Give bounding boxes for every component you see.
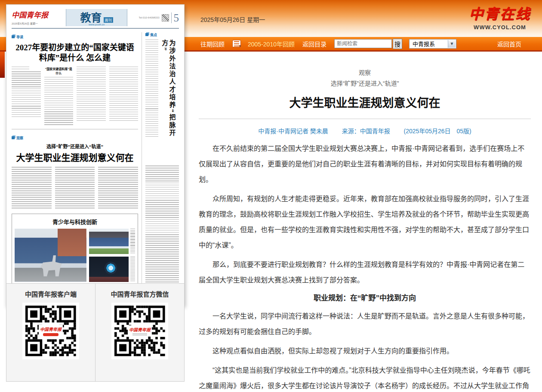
contact-info: Tel:010-64098333: [139, 16, 159, 20]
page-number: 5: [171, 12, 179, 23]
newsprint-text: [44, 77, 74, 125]
photo-side-column: [89, 229, 135, 282]
photo-row: [15, 229, 135, 282]
nav-archive-link[interactable]: 往期回顾: [200, 40, 225, 48]
article-paragraph: “这其实也是当前我们学校就业工作中的难点。”北京科技大学就业指导中心主任刘晓杰说…: [199, 363, 531, 392]
newsprint-column: [12, 67, 41, 125]
section-divider: [12, 129, 138, 129]
newsprint-text: [145, 165, 179, 289]
lead-tag-label: 导读: [16, 34, 23, 39]
qr-wechat-label: 中国青年报官方微信: [111, 289, 169, 298]
tag-squares-icon: [12, 35, 15, 38]
newsprint-text: [77, 67, 106, 121]
left-accent-strip: [0, 52, 5, 78]
newspaper-header: 中国青年报 2025年5月26日 星期一 教育 周刊 www.youth.cn …: [12, 9, 179, 29]
tag-squares-icon: [145, 33, 148, 36]
newsprint-text: [109, 67, 139, 121]
photo-side-item: [89, 229, 135, 254]
lead-headline[interactable]: 2027年要初步建立的“国家关键语料库”是什么 怎么建: [12, 43, 138, 63]
article-paragraph: 这种观点看似自由洒脱，但实际上却忽视了规划对于人生方向的重要指引作用。: [199, 343, 531, 359]
lead-section-tag: 导读: [12, 34, 23, 39]
newsprint-text: [145, 40, 158, 138]
qr-code-panel: 中国青年报客户端 中国青年报 中国青年报官方微信 中国青年报: [6, 283, 185, 382]
newsprint-column: [77, 67, 106, 125]
article-paragraph: 一名大学生说，同学中间流行着这样一种说法：人生是旷野而不是轨道。言外之意是人生有…: [199, 309, 531, 340]
section-banner-title: 教育: [80, 12, 102, 23]
newspaper-body: 导读 2027年要初步建立的“国家关键语料库”是什么 怎么建 “国家关键语料库”…: [12, 32, 179, 289]
lead-subhead: “国家关键语料库”是什么: [44, 67, 74, 75]
newsprint-text: [55, 167, 95, 210]
article-paragraph: 众所周知，有规划的人生才能走得更稳妥。近年来，教育部在加强高校就业指导服务的同时…: [199, 191, 531, 253]
newspaper-page-thumbnail[interactable]: 中国青年报 2025年5月26日 星期一 教育 周刊 www.youth.cn …: [6, 5, 184, 292]
article-paragraph: 在不久前结束的第二届全国大学生职业规划大赛总决赛上，中青报·中青网记者看到，选手…: [199, 141, 531, 187]
title-divider: [199, 119, 531, 119]
photo-students-outdoor: [89, 229, 129, 254]
masthead-title: 中国青年报: [12, 9, 62, 20]
byline-pub-info: (2025年05月26日 05版): [404, 128, 471, 135]
section-banner-subtitle: 周刊: [104, 17, 113, 23]
newsprint-byline: [12, 67, 29, 69]
photo-caption-column: [130, 257, 135, 282]
nav-archive-2005-link[interactable]: 2005-2010年回顾: [248, 40, 295, 48]
cyd-logo-text: 中国青年报: [129, 326, 151, 333]
vertical-headline[interactable]: 为涉外法治人才培养“把脉开方”: [160, 40, 176, 138]
qr-center-logo: 中国青年报: [128, 325, 152, 337]
section-banner-url: www.youth.cn: [89, 23, 105, 26]
photo-tunnel-ring: [89, 257, 129, 282]
photo-feature-block: 青少年与科技创新: [12, 214, 138, 289]
newsprint-text: [98, 167, 138, 210]
newsprint-text: [12, 71, 41, 119]
site-logo[interactable]: 中青在线 WWW.CYOL.COM: [469, 3, 531, 31]
logo-text: 中青在线: [469, 3, 531, 23]
robot-dog-silhouette: [40, 255, 62, 277]
section-banner: 教育 周刊 www.youth.cn: [66, 9, 127, 26]
photo-caption-column: [130, 229, 135, 254]
qr-app-section: 中国青年报客户端 中国青年报: [6, 284, 95, 381]
current-date: 2025年05月26日 星期一: [200, 15, 265, 24]
masthead-date: 2025年5月26日 星期一: [12, 21, 62, 25]
qr-wechat-code: 中国青年报: [111, 303, 168, 359]
article-category: 观察: [199, 68, 531, 77]
second-headline[interactable]: 大学生职业生涯规划意义何在: [12, 150, 138, 163]
newsprint-text: [12, 167, 52, 210]
article-kicker: 选择“旷野”还是进入“轨道”: [199, 79, 531, 87]
article-byline: 中青报·中青网记者 樊未晨 来源：中国青年报 (2025年05月26日 05版): [199, 126, 531, 135]
nav-back-toc-link[interactable]: 返回目录: [302, 40, 326, 48]
calendar-icon[interactable]: [232, 40, 241, 47]
search-input[interactable]: [334, 39, 392, 48]
newspaper-main-column: 导读 2027年要初步建立的“国家关键语料库”是什么 怎么建 “国家关键语料库”…: [12, 32, 142, 289]
focus-tag-label: 焦点: [150, 32, 157, 37]
nav-home-link[interactable]: 返回首页: [497, 40, 521, 48]
article-content: 观察 选择“旷野”还是进入“轨道” 大学生职业生涯规划意义何在 中青报·中青网记…: [199, 68, 531, 392]
cyd-logo-badge: [43, 333, 59, 336]
publication-select[interactable]: 中青报系 ▼: [409, 39, 456, 49]
mini-qr-icon: [162, 14, 169, 21]
qr-wechat-section: 中国青年报官方微信 中国青年报: [95, 284, 184, 381]
qr-app-label: 中国青年报客户端: [25, 289, 77, 298]
chevron-down-icon[interactable]: ▼: [448, 40, 456, 48]
article-subheading: 职业规划：在“旷野”中找到方向: [199, 292, 531, 303]
tag-squares-icon: [12, 136, 15, 139]
newspaper-header-info: Tel:010-64098333 5: [131, 9, 179, 26]
article-paragraph: 那么，到底要不要进行职业规划教育？什么样的生涯规划教育是科学有效的？中青报·中青…: [199, 257, 531, 288]
photo-feature-title: 青少年与科技创新: [15, 217, 135, 226]
vertical-headline-wrap: 为涉外法治人才培养“把脉开方”: [145, 40, 179, 163]
publication-select-value: 中青报系: [413, 40, 435, 48]
second-section-tag: 观察: [12, 135, 23, 140]
focus-section-tag: 焦点: [145, 32, 179, 37]
newsprint-column: “国家关键语料库”是什么: [44, 67, 74, 125]
photo-robot-dog: [15, 229, 86, 282]
second-tag-label: 观察: [16, 135, 23, 140]
qr-center-logo: 中国青年报: [39, 325, 63, 337]
logo-url: WWW.CYOL.COM: [469, 24, 531, 31]
qr-app-code: 中国青年报: [22, 303, 79, 359]
photo-side-item: [89, 257, 135, 282]
newsprint-column: [109, 67, 139, 125]
newspaper-masthead: 中国青年报 2025年5月26日 星期一: [12, 9, 62, 26]
lead-text-columns: “国家关键语料库”是什么: [12, 67, 138, 125]
cyd-logo-caption: [132, 334, 147, 336]
byline-author: 中青报·中青网记者 樊未晨: [258, 128, 328, 135]
byline-source: 来源：中国青年报: [342, 128, 390, 135]
second-kicker: 选择“旷野”还是进入“轨道”: [12, 143, 138, 150]
search-button[interactable]: 搜: [393, 39, 402, 49]
